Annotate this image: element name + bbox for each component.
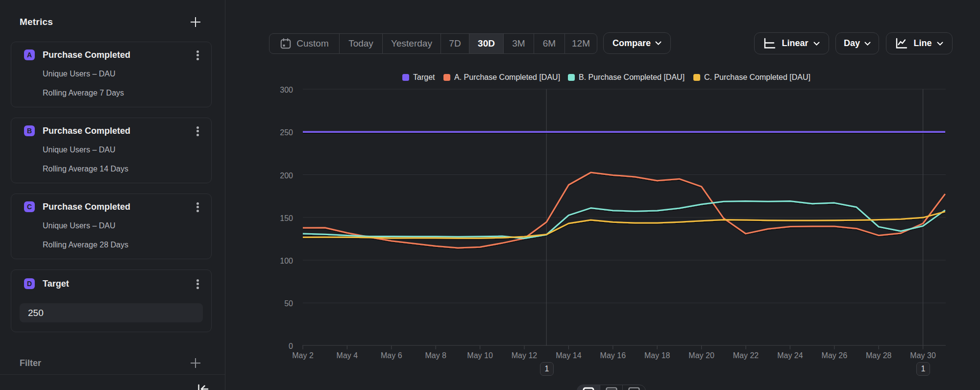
svg-text:May 26: May 26 — [822, 351, 848, 360]
svg-text:May 16: May 16 — [600, 351, 626, 360]
svg-text:0: 0 — [289, 342, 293, 350]
svg-text:May 14: May 14 — [556, 351, 582, 360]
svg-text:May 30: May 30 — [910, 351, 936, 360]
svg-text:200: 200 — [280, 171, 293, 180]
svg-text:May 12: May 12 — [512, 351, 538, 360]
svg-text:150: 150 — [280, 214, 293, 222]
svg-text:May 8: May 8 — [425, 351, 446, 360]
svg-text:May 4: May 4 — [337, 351, 358, 360]
svg-text:300: 300 — [280, 86, 293, 94]
svg-text:May 10: May 10 — [467, 351, 493, 360]
svg-text:May 20: May 20 — [688, 351, 714, 360]
svg-text:May 2: May 2 — [292, 351, 314, 360]
svg-text:May 6: May 6 — [381, 351, 402, 360]
svg-text:May 24: May 24 — [777, 351, 803, 360]
svg-text:50: 50 — [284, 299, 293, 308]
svg-text:May 22: May 22 — [733, 351, 759, 360]
svg-text:May 28: May 28 — [866, 351, 892, 360]
svg-text:250: 250 — [280, 128, 293, 137]
svg-text:100: 100 — [280, 257, 293, 265]
svg-text:May 18: May 18 — [644, 351, 670, 360]
